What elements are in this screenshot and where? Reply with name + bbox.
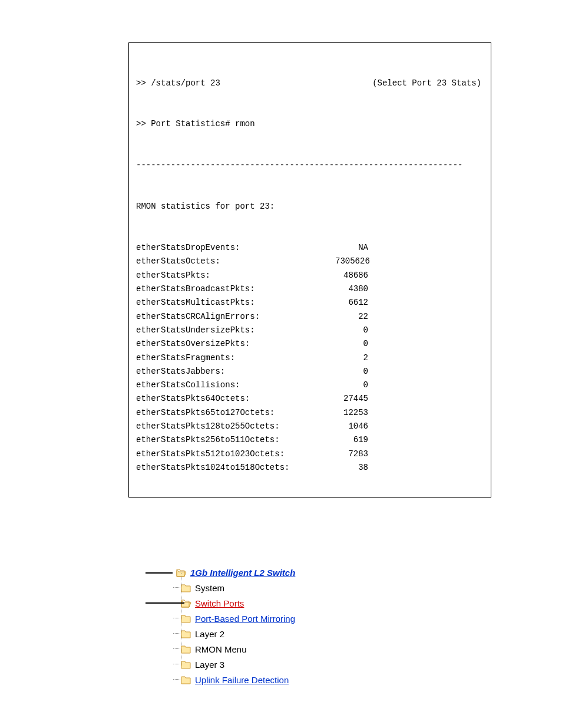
stat-label: etherStatsPkts: — [136, 269, 335, 282]
stat-label: etherStatsPkts1024to1518Octets: — [136, 461, 335, 475]
navigation-tree: 1Gb Intelligent L2 Switch SystemSwitch P… — [146, 565, 562, 688]
stat-row: etherStatsCRCAlignErrors:22 — [136, 310, 481, 324]
stat-label: etherStatsPkts512to1023Octets: — [136, 447, 335, 461]
stat-value: 1046 — [335, 420, 368, 433]
stat-label: etherStatsCRCAlignErrors: — [136, 310, 335, 324]
stat-value: 0 — [335, 365, 368, 378]
stat-row: etherStatsPkts256to511Octets:619 — [136, 433, 481, 447]
stat-value: 0 — [335, 378, 368, 392]
tree-item[interactable]: Uplink Failure Detection — [181, 673, 562, 688]
stat-row: etherStatsUndersizePkts:0 — [136, 324, 481, 337]
tree-connector — [146, 602, 184, 604]
stat-row: etherStatsOctets:7305626 — [136, 255, 481, 268]
tree-item[interactable]: Port-Based Port Mirroring — [181, 611, 562, 627]
stat-row: etherStatsPkts65to127Octets:12253 — [136, 406, 481, 420]
command-2: Port Statistics# rmon — [151, 119, 254, 129]
stat-label: etherStatsCollisions: — [136, 378, 335, 392]
tree-connector-dot — [173, 648, 180, 649]
stat-label: etherStatsOctets: — [136, 255, 335, 268]
stat-value: NA — [335, 241, 368, 255]
command-1-note: (Select Port 23 Stats) — [372, 77, 481, 90]
stat-label: etherStatsPkts64Octets: — [136, 392, 335, 406]
command-1: /stats/port 23 — [151, 78, 220, 88]
divider: ----------------------------------------… — [136, 159, 481, 172]
folder-closed-icon — [181, 645, 191, 654]
stat-row: etherStatsMulticastPkts:6612 — [136, 296, 481, 309]
stat-label: etherStatsUndersizePkts: — [136, 324, 335, 337]
stat-value: 38 — [335, 461, 368, 475]
stat-row: etherStatsPkts512to1023Octets:7283 — [136, 447, 481, 461]
tree-item-label: Layer 3 — [195, 660, 224, 670]
stat-row: etherStatsDropEvents:NA — [136, 241, 481, 255]
folder-closed-icon — [181, 630, 191, 638]
stat-label: etherStatsPkts65to127Octets: — [136, 406, 335, 420]
tree-item-label[interactable]: Switch Ports — [195, 598, 244, 608]
tree-root-label[interactable]: 1Gb Intelligent L2 Switch — [190, 568, 295, 578]
stat-row: etherStatsCollisions:0 — [136, 378, 481, 392]
stat-row: etherStatsOversizePkts:0 — [136, 337, 481, 351]
folder-closed-icon — [181, 676, 191, 684]
stat-value: 0 — [335, 324, 368, 337]
stat-row: etherStatsFragments:2 — [136, 351, 481, 365]
stat-row: etherStatsBroadcastPkts:4380 — [136, 282, 481, 296]
terminal-output: >> /stats/port 23 (Select Port 23 Stats)… — [128, 42, 491, 498]
folder-closed-icon — [181, 615, 191, 623]
stat-label: etherStatsOversizePkts: — [136, 337, 335, 351]
tree-item[interactable]: Switch Ports — [181, 596, 562, 611]
tree-connector-dot — [173, 633, 180, 634]
stat-label: etherStatsJabbers: — [136, 365, 335, 378]
stat-value: 6612 — [335, 296, 368, 309]
tree-item: System — [181, 581, 562, 596]
tree-root-item[interactable]: 1Gb Intelligent L2 Switch — [146, 565, 562, 581]
tree-connector-dot — [173, 587, 180, 588]
stat-value: 2 — [335, 351, 368, 365]
stat-row: etherStatsJabbers:0 — [136, 365, 481, 378]
stat-label: etherStatsBroadcastPkts: — [136, 282, 335, 296]
stat-label: etherStatsDropEvents: — [136, 241, 335, 255]
stat-value: 22 — [335, 310, 368, 324]
stat-value: 619 — [335, 433, 368, 447]
stat-value: 0 — [335, 337, 368, 351]
stat-value: 48686 — [335, 269, 368, 282]
prompt: >> — [136, 78, 151, 88]
stat-row: etherStatsPkts64Octets:27445 — [136, 392, 481, 406]
stat-label: etherStatsPkts128to255Octets: — [136, 420, 335, 433]
tree-item-label: Layer 2 — [195, 629, 224, 639]
tree-item-label[interactable]: Port-Based Port Mirroring — [195, 614, 295, 624]
stat-row: etherStatsPkts:48686 — [136, 269, 481, 282]
tree-item-label[interactable]: Uplink Failure Detection — [195, 675, 289, 685]
folder-closed-icon — [181, 584, 191, 592]
tree-item: RMON Menu — [181, 642, 562, 657]
tree-item-label: RMON Menu — [195, 644, 247, 654]
stats-header: RMON statistics for port 23: — [136, 200, 481, 213]
tree-connector-dot — [173, 618, 180, 618]
stat-row: etherStatsPkts1024to1518Octets:38 — [136, 461, 481, 475]
stat-label: etherStatsMulticastPkts: — [136, 296, 335, 309]
stat-label: etherStatsFragments: — [136, 351, 335, 365]
stat-label: etherStatsPkts256to511Octets: — [136, 433, 335, 447]
stat-value: 7305626 — [335, 255, 368, 268]
tree-item: Layer 2 — [181, 627, 562, 642]
tree-item-label: System — [195, 583, 224, 593]
stat-value: 12253 — [335, 406, 368, 420]
folder-closed-icon — [181, 661, 191, 669]
stat-value: 27445 — [335, 392, 368, 406]
stat-value: 7283 — [335, 447, 368, 461]
prompt: >> — [136, 119, 151, 129]
stat-row: etherStatsPkts128to255Octets:1046 — [136, 420, 481, 433]
tree-item: Layer 3 — [181, 657, 562, 673]
stat-value: 4380 — [335, 282, 368, 296]
tree-connector — [146, 572, 173, 574]
tree-connector-dot — [173, 679, 180, 680]
folder-open-icon — [181, 599, 191, 608]
tree-connector-dot — [173, 664, 180, 664]
